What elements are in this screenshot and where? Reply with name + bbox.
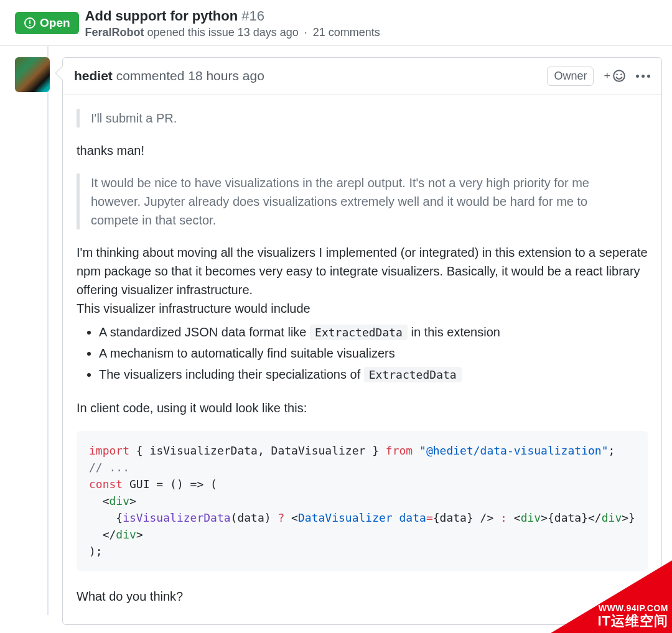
comment-paragraph: I'm thinking about moving all the visual… xyxy=(77,243,648,318)
quote-block: I'll submit a PR. xyxy=(77,109,648,127)
list-item: A standardized JSON data format like Ext… xyxy=(99,323,648,341)
svg-point-4 xyxy=(616,73,617,75)
comment-actions-menu[interactable] xyxy=(636,75,650,78)
separator-dot: · xyxy=(302,26,310,39)
bullet-list: A standardized JSON data format like Ext… xyxy=(77,323,648,384)
issue-header: Open Add support for python #16 FeralRob… xyxy=(0,0,672,46)
issue-title-text: Add support for python xyxy=(85,8,238,24)
svg-point-3 xyxy=(614,70,625,81)
comment: hediet commented 18 hours ago Owner + xyxy=(15,46,657,625)
comment-author[interactable]: hediet xyxy=(74,68,113,83)
svg-point-2 xyxy=(29,25,30,26)
inline-code: ExtractedData xyxy=(364,367,462,382)
quote-text: It would be nice to have visualizations … xyxy=(91,176,589,227)
issue-author[interactable]: FeralRobot xyxy=(85,26,144,39)
author-role-chip: Owner xyxy=(547,67,594,86)
inline-code: ExtractedData xyxy=(310,325,408,340)
avatar[interactable] xyxy=(15,57,50,92)
smiley-icon xyxy=(612,69,626,83)
add-reaction-button[interactable]: + xyxy=(604,69,626,83)
issue-subtitle: FeralRobot opened this issue 13 days ago… xyxy=(85,26,380,39)
svg-point-5 xyxy=(620,73,622,75)
comment-header: hediet commented 18 hours ago Owner + xyxy=(63,58,661,95)
comment-verb: commented xyxy=(116,68,185,83)
issue-state-badge: Open xyxy=(15,12,79,34)
issue-state-label: Open xyxy=(40,16,70,30)
issue-comments-count[interactable]: 21 comments xyxy=(313,26,380,39)
timeline: hediet commented 18 hours ago Owner + xyxy=(15,46,657,625)
comment-time[interactable]: 18 hours ago xyxy=(188,68,264,83)
comment-bubble: hediet commented 18 hours ago Owner + xyxy=(62,57,662,625)
issue-title[interactable]: Add support for python #16 xyxy=(85,7,380,25)
issue-number: #16 xyxy=(241,8,264,24)
code-block: import { isVisualizerData, DataVisualize… xyxy=(77,431,648,571)
comment-body: I'll submit a PR. thanks man! It would b… xyxy=(63,95,661,624)
quote-block: It would be nice to have visualizations … xyxy=(77,173,648,229)
issue-opened-rel: opened this issue 13 days ago xyxy=(147,26,299,39)
comment-paragraph: What do you think? xyxy=(77,587,648,606)
issue-header-row: Open Add support for python #16 FeralRob… xyxy=(15,7,657,39)
list-item: A mechanism to automatically find suitab… xyxy=(99,344,648,363)
quote-text: I'll submit a PR. xyxy=(91,111,177,125)
issue-open-icon xyxy=(24,17,36,29)
comment-paragraph: In client code, using it would look like… xyxy=(77,399,648,417)
plus-icon: + xyxy=(604,70,610,83)
comment-paragraph: thanks man! xyxy=(77,141,648,160)
list-item: The visualizers including their speciali… xyxy=(99,365,648,384)
